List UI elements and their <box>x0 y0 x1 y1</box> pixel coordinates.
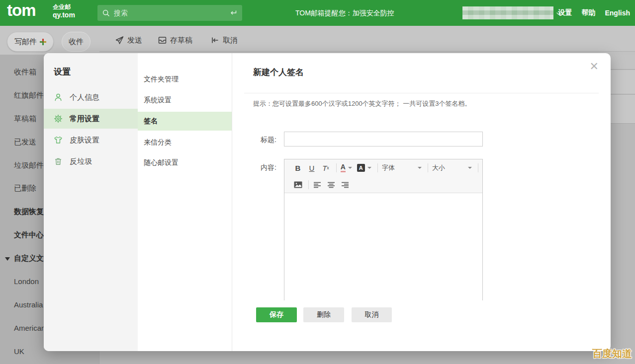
font-family-dropdown[interactable]: 字体 <box>382 163 422 172</box>
bold-icon[interactable]: B <box>293 164 302 172</box>
save-draft-label: 存草稿 <box>170 36 192 45</box>
sidebar-item-deleted[interactable]: 已删除 <box>14 184 36 195</box>
search-input[interactable] <box>114 9 229 17</box>
user-icon <box>54 93 63 102</box>
settings-nav-personal-info[interactable]: 个人信息 <box>44 87 138 107</box>
compose-button[interactable]: 写邮件 <box>7 32 54 52</box>
cancel-send-button[interactable]: 取消 <box>210 26 238 55</box>
close-icon[interactable]: ✕ <box>590 61 599 72</box>
compose-label: 写邮件 <box>14 37 37 47</box>
trash-icon <box>54 157 63 166</box>
sidebar-item-inbox[interactable]: 收件箱 <box>14 68 36 78</box>
signature-content-area[interactable] <box>284 193 482 300</box>
underline-icon[interactable]: U <box>307 164 316 172</box>
send-button[interactable]: 发送 <box>115 26 142 55</box>
align-left-icon[interactable] <box>313 182 322 188</box>
bg-color-icon: A <box>357 164 365 172</box>
content-field-label: 内容: <box>261 163 276 172</box>
clear-format-glyph: T <box>322 164 327 172</box>
align-center-icon[interactable] <box>327 182 336 188</box>
baidu-zhidao-watermark: 百度知道 <box>592 347 632 361</box>
chevron-down-icon <box>348 167 352 169</box>
settings-nav-label: 常用设置 <box>70 114 99 124</box>
signature-title-input[interactable] <box>284 132 483 146</box>
toolbar-separator <box>377 163 378 172</box>
sidebar-item-drafts[interactable]: 草稿箱 <box>14 114 36 125</box>
compose-plus-icon <box>40 39 46 45</box>
top-header: tom 企业邮 qy.tom TOM邮箱提醒您：加强安全防控 设置 帮助 Eng… <box>0 0 635 26</box>
editor-toolbar-row2 <box>284 176 482 193</box>
tom-logo: tom <box>7 1 36 20</box>
receive-button[interactable]: 收件 <box>62 32 91 52</box>
account-name-blurred[interactable] <box>462 6 553 19</box>
search-icon <box>102 9 110 17</box>
settings-nav-antispam[interactable]: 反垃圾 <box>44 151 138 171</box>
settings-nav-label: 反垃圾 <box>70 157 92 166</box>
text-color-icon: A <box>341 163 346 172</box>
settings-nav-label: 皮肤设置 <box>70 136 99 145</box>
cancel-send-label: 取消 <box>223 36 238 45</box>
insert-image-icon[interactable] <box>293 181 302 188</box>
security-notice: TOM邮箱提醒您：加强安全防控 <box>295 0 394 26</box>
sidebar-item-file-center[interactable]: 文件中心 <box>14 230 44 241</box>
subnav-folder-management[interactable]: 文件夹管理 <box>138 70 232 89</box>
clear-format-icon[interactable]: Tx <box>321 164 330 172</box>
folder-collapse-icon[interactable] <box>5 257 10 261</box>
signature-hint: 提示：您可设置最多600个汉字或1200个英文字符； 一共可设置3个签名档。 <box>253 99 471 108</box>
sidebar-item-sent[interactable]: 已发送 <box>14 138 36 148</box>
subnav-suixin-mail[interactable]: 随心邮设置 <box>138 153 232 172</box>
toolbar-separator <box>308 180 309 189</box>
font-dropdown-label: 字体 <box>382 163 395 172</box>
size-dropdown-label: 大小 <box>432 163 445 172</box>
subnav-incoming-sorting[interactable]: 来信分类 <box>138 133 232 152</box>
search-enter-icon[interactable] <box>229 9 237 16</box>
send-icon <box>115 36 124 45</box>
settings-modal: 设置 个人信息 常用设置 皮肤设置 <box>44 53 611 351</box>
cancel-icon <box>210 36 220 45</box>
toolbar-separator <box>336 163 337 172</box>
title-field-label: 标题: <box>261 136 276 145</box>
subnav-signature[interactable]: 签名 <box>138 112 232 131</box>
header-link-english[interactable]: English <box>605 9 630 17</box>
subnav-system-settings[interactable]: 系统设置 <box>138 91 232 110</box>
cancel-button[interactable]: 取消 <box>352 307 392 322</box>
align-right-icon[interactable] <box>341 182 350 188</box>
sidebar-item-junk[interactable]: 垃圾邮件 <box>14 161 44 172</box>
receive-label: 收件 <box>69 37 84 47</box>
sidebar-item-london[interactable]: London <box>14 277 39 288</box>
header-link-help[interactable]: 帮助 <box>581 8 595 17</box>
save-button[interactable]: 保存 <box>256 307 297 322</box>
panel-title: 新建个人签名 <box>253 67 304 78</box>
settings-nav-skin[interactable]: 皮肤设置 <box>44 130 138 150</box>
sidebar-item-australia[interactable]: Australia <box>14 300 43 311</box>
font-size-dropdown[interactable]: 大小 <box>432 163 472 172</box>
header-links: 设置 帮助 English <box>558 0 630 26</box>
sidebar-item-flagged[interactable]: 红旗邮件 <box>14 91 44 102</box>
mail-toolbar: 写邮件 收件 发送 存草稿 取消 <box>0 26 635 55</box>
settings-subnav-panel: 文件夹管理 系统设置 签名 来信分类 随心邮设置 <box>138 53 232 351</box>
settings-nav-panel: 设置 个人信息 常用设置 皮肤设置 <box>44 53 138 351</box>
sidebar-item-data-recovery[interactable]: 数据恢复 <box>14 207 44 218</box>
delete-button[interactable]: 删除 <box>303 307 344 322</box>
settings-title: 设置 <box>54 66 71 77</box>
draft-icon <box>158 36 167 45</box>
save-draft-button[interactable]: 存草稿 <box>158 26 192 55</box>
chevron-down-icon <box>367 167 371 169</box>
sidebar-item-uk[interactable]: UK <box>14 347 24 358</box>
sidebar-item-american[interactable]: American <box>14 324 45 335</box>
app-screen: tom 企业邮 qy.tom TOM邮箱提醒您：加强安全防控 设置 帮助 Eng… <box>0 0 635 364</box>
gear-icon <box>54 114 63 123</box>
bg-color-dropdown[interactable]: A <box>357 164 371 172</box>
shirt-icon <box>54 136 63 145</box>
settings-nav-label: 个人信息 <box>70 93 99 102</box>
send-label: 发送 <box>127 36 142 45</box>
editor-toolbar: B U Tx A A 字体 大小 <box>284 159 482 193</box>
search-box[interactable] <box>97 5 242 21</box>
brand-text: 企业邮 qy.tom <box>53 4 75 19</box>
chevron-down-icon <box>418 167 422 169</box>
sidebar-item-custom-folders[interactable]: 自定义文 <box>14 254 44 265</box>
settings-nav-general[interactable]: 常用设置 <box>44 109 138 129</box>
text-color-dropdown[interactable]: A <box>341 163 352 172</box>
brand-line2: qy.tom <box>53 11 75 19</box>
header-link-settings[interactable]: 设置 <box>558 8 572 17</box>
